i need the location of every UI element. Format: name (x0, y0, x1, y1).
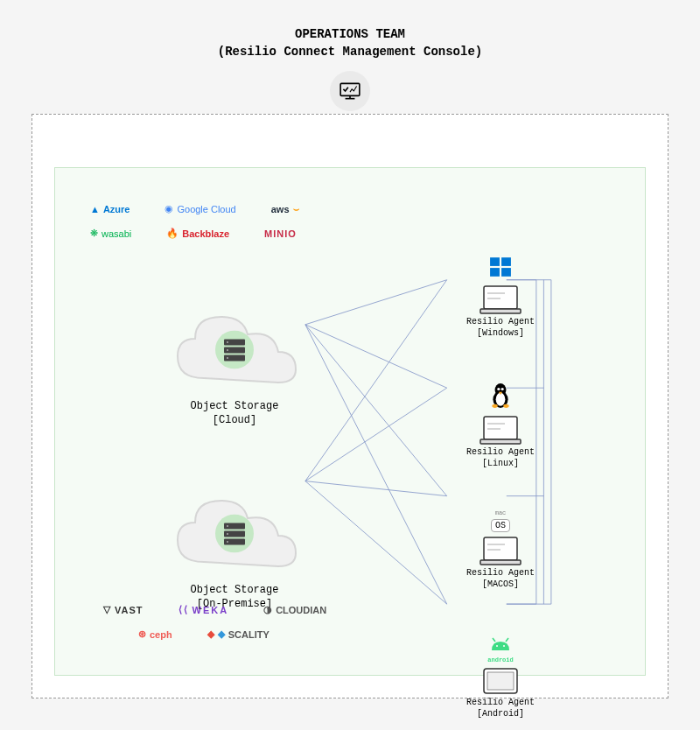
onprem-provider-logos: ▽ VAST ⟨⟨ WEKA ◑ CLOUDIAN ⊛ ceph ◆◆ SCAL… (103, 604, 326, 640)
svg-rect-50 (480, 439, 521, 444)
svg-point-24 (227, 341, 228, 343)
weka-logo: ⟨⟨ WEKA (178, 604, 229, 615)
storage-agent-scope: ▲ Azure ◉ Google Cloud aws⌣ ❋ wasabi 🔥 B… (54, 167, 646, 676)
svg-point-46 (501, 388, 504, 390)
wasabi-logo: ❋ wasabi (90, 228, 131, 239)
svg-point-31 (227, 525, 228, 527)
svg-line-10 (305, 481, 447, 604)
svg-line-9 (305, 481, 447, 496)
svg-point-44 (496, 393, 506, 406)
resilio-agent-android: android Resilio Agent[Android] (461, 636, 540, 719)
scality-logo: ◆◆ SCALITY (207, 628, 270, 640)
svg-line-4 (305, 325, 447, 388)
azure-logo: ▲ Azure (90, 204, 130, 214)
svg-rect-49 (484, 417, 517, 439)
resilio-agent-macos: mac OS Resilio Agent[MACOS] (461, 509, 540, 590)
android-icon: android (461, 636, 540, 663)
svg-line-8 (305, 388, 447, 481)
tablet-icon (479, 665, 522, 697)
svg-rect-39 (480, 309, 521, 313)
resilio-agent-windows: Resilio Agent[Windows] (461, 256, 540, 339)
cloudian-logo: ◑ CLOUDIAN (263, 604, 326, 615)
macos-icon: mac OS (461, 509, 540, 534)
svg-point-45 (497, 388, 500, 390)
object-storage-onprem: Object Storage[On-Premise] (169, 492, 300, 611)
svg-rect-38 (484, 286, 517, 309)
object-storage-cloud: Object Storage[Cloud] (169, 308, 300, 427)
cloud-provider-logos: ▲ Azure ◉ Google Cloud aws⌣ ❋ wasabi 🔥 B… (90, 203, 299, 239)
svg-rect-54 (480, 560, 521, 565)
svg-line-3 (305, 280, 447, 325)
svg-point-25 (227, 349, 228, 351)
backblaze-logo: 🔥 Backblaze (166, 228, 229, 239)
laptop-icon (479, 536, 522, 567)
ceph-logo: ⊛ ceph (138, 628, 172, 640)
header-title: OPERATIONS TEAM (0, 26, 700, 44)
connection-lines (55, 168, 645, 675)
svg-point-48 (503, 404, 508, 408)
console-icon (330, 71, 370, 111)
svg-point-59 (496, 645, 498, 647)
svg-point-26 (227, 357, 228, 359)
header-subtitle: (Resilio Connect Management Console) (0, 44, 700, 61)
svg-rect-53 (484, 537, 517, 560)
minio-logo: MINIO (264, 228, 297, 239)
server-icon (215, 331, 254, 374)
aws-logo: aws⌣ (271, 203, 299, 214)
windows-icon (461, 256, 540, 283)
svg-rect-62 (487, 672, 514, 690)
svg-rect-36 (490, 268, 500, 277)
svg-rect-37 (501, 268, 511, 277)
svg-point-33 (227, 541, 228, 543)
svg-line-58 (506, 638, 508, 642)
server-icon (215, 515, 254, 558)
svg-point-60 (503, 645, 505, 647)
resilio-agent-linux: Resilio Agent[Linux] (461, 383, 540, 469)
svg-line-6 (305, 325, 447, 604)
svg-line-57 (493, 638, 495, 642)
svg-line-7 (305, 280, 447, 481)
laptop-icon (479, 415, 522, 446)
svg-line-5 (305, 325, 447, 496)
google-cloud-logo: ◉ Google Cloud (164, 203, 235, 214)
vast-logo: ▽ VAST (103, 604, 144, 615)
svg-rect-34 (490, 257, 500, 266)
management-scope: ▲ Azure ◉ Google Cloud aws⌣ ❋ wasabi 🔥 B… (32, 114, 668, 698)
svg-point-32 (227, 533, 228, 535)
svg-point-47 (492, 404, 497, 408)
linux-icon (461, 383, 540, 413)
laptop-icon (479, 284, 522, 316)
svg-rect-35 (501, 257, 511, 266)
